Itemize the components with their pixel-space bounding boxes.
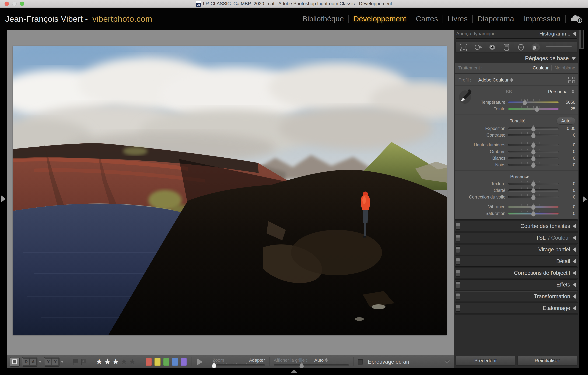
- treatment-color-option[interactable]: Couleur: [533, 65, 549, 71]
- show-filmstrip-arrow-icon[interactable]: [290, 370, 298, 373]
- highlights-slider[interactable]: [508, 144, 559, 146]
- basic-panel-header[interactable]: Réglages de base: [454, 54, 579, 63]
- slideshow-play-icon[interactable]: [197, 358, 203, 365]
- panel-toggle-switch[interactable]: [456, 305, 460, 312]
- graduated-filter-icon[interactable]: [502, 43, 511, 52]
- panel-toggle-switch[interactable]: [456, 293, 460, 300]
- soft-proof-label[interactable]: Epreuvage écran: [368, 359, 409, 365]
- radial-filter-icon[interactable]: [516, 43, 525, 52]
- profile-value[interactable]: Adobe Couleur: [478, 77, 509, 83]
- histogram-title[interactable]: Histogramme: [539, 31, 570, 37]
- profile-browser-icon[interactable]: [568, 77, 575, 83]
- identity-plate[interactable]: Jean-François Vibert - vibertphoto.com: [5, 14, 152, 24]
- collapse-left-icon[interactable]: [573, 224, 576, 229]
- color-label-yellow[interactable]: [154, 358, 161, 366]
- panel-lens-corrections[interactable]: Corrections de l'objectif: [454, 268, 579, 278]
- grid-slider[interactable]: [274, 364, 349, 366]
- left-panel-strip[interactable]: [0, 30, 7, 368]
- tab-cartes[interactable]: Cartes: [411, 15, 442, 23]
- dehaze-slider[interactable]: [508, 196, 559, 198]
- profile-dropdown[interactable]: Adobe Couleur: [478, 77, 513, 83]
- auto-button[interactable]: Auto: [557, 118, 575, 124]
- stars-filled[interactable]: ★★★: [95, 357, 120, 366]
- vibrance-slider[interactable]: [508, 206, 559, 208]
- reject-flag-icon[interactable]: x: [81, 358, 87, 365]
- tab-bibliotheque[interactable]: Bibliothèque: [298, 15, 348, 23]
- wb-dropdown[interactable]: Personnal.: [548, 89, 574, 94]
- collapse-left-icon[interactable]: [573, 294, 576, 299]
- panel-calibration[interactable]: Etalonnage: [454, 303, 579, 313]
- photo[interactable]: [13, 46, 447, 335]
- pick-flag-icon[interactable]: [73, 358, 78, 365]
- collapse-left-icon[interactable]: [573, 235, 576, 240]
- slider-thumb[interactable]: [531, 125, 536, 132]
- collapse-left-icon[interactable]: [573, 271, 576, 275]
- panel-toggle-switch[interactable]: [456, 234, 460, 241]
- expanded-icon[interactable]: [571, 57, 576, 60]
- panel-toggle-switch[interactable]: [456, 246, 460, 253]
- collapse-left-icon[interactable]: [573, 247, 576, 252]
- loupe-view-button[interactable]: [10, 357, 20, 367]
- white-balance-eyedropper-icon[interactable]: [458, 89, 473, 105]
- whites-slider[interactable]: [508, 157, 559, 159]
- panel-tone-curve[interactable]: Courbe des tonalités: [454, 221, 579, 231]
- panel-toggle-switch[interactable]: [456, 258, 460, 265]
- stars-empty[interactable]: ★★: [120, 357, 137, 366]
- chevron-down-icon[interactable]: [61, 361, 64, 363]
- wb-value[interactable]: Personnal.: [548, 89, 570, 94]
- blacks-slider[interactable]: [508, 164, 559, 166]
- panel-effects[interactable]: Effets: [454, 280, 579, 290]
- texture-slider[interactable]: [508, 183, 559, 185]
- scrollbar-thumb[interactable]: [579, 30, 584, 49]
- panel-transform[interactable]: Transformation: [454, 291, 579, 302]
- panel-detail[interactable]: Détail: [454, 256, 579, 266]
- star-rating[interactable]: ★★★★★: [95, 357, 137, 365]
- chevron-down-icon[interactable]: [39, 361, 42, 363]
- crop-overlay-icon[interactable]: [459, 43, 468, 52]
- zoom-slider[interactable]: [212, 364, 265, 366]
- reference-view-group[interactable]: RA: [22, 357, 42, 367]
- temperature-slider[interactable]: [508, 101, 559, 103]
- exposure-slider[interactable]: [508, 128, 559, 129]
- tint-slider[interactable]: [508, 108, 559, 110]
- color-label-purple[interactable]: [181, 358, 187, 366]
- panel-toggle-switch[interactable]: [456, 281, 460, 288]
- hide-right-panel-arrow-icon[interactable]: [583, 196, 587, 202]
- color-label-red[interactable]: [146, 358, 152, 366]
- previous-button[interactable]: Précédent: [455, 355, 515, 366]
- grid-value[interactable]: Auto: [314, 357, 324, 363]
- panel-toggle-switch[interactable]: [456, 223, 460, 230]
- contrast-slider[interactable]: [508, 134, 559, 136]
- color-label-blue[interactable]: [172, 358, 178, 366]
- tab-livres[interactable]: Livres: [443, 15, 472, 23]
- shadows-slider[interactable]: [508, 151, 559, 152]
- before-after-group[interactable]: YY: [44, 357, 64, 367]
- treatment-bw-option[interactable]: Noir/blanc: [555, 65, 575, 71]
- collapse-left-icon[interactable]: [573, 259, 576, 264]
- panel-hsl-color[interactable]: TSL / Couleur: [454, 233, 579, 243]
- histogram-collapsed-strip[interactable]: [456, 38, 577, 40]
- panel-split-toning[interactable]: Virage partiel: [454, 244, 579, 255]
- saturation-slider[interactable]: [508, 213, 559, 214]
- collapse-left-icon[interactable]: [573, 31, 576, 36]
- adjustment-brush-icon[interactable]: [531, 43, 543, 52]
- zoom-label[interactable]: Zoom: [212, 357, 224, 363]
- toolbar-options-icon[interactable]: [444, 360, 450, 364]
- fit-label[interactable]: Adapter: [249, 357, 265, 363]
- tab-impression[interactable]: Impression: [519, 15, 565, 23]
- spot-removal-icon[interactable]: [473, 43, 483, 52]
- panel-toggle-switch[interactable]: [456, 270, 460, 276]
- soft-proof-checkbox[interactable]: [358, 359, 363, 365]
- collapse-left-icon[interactable]: [573, 306, 576, 311]
- reference-active-icon[interactable]: RA: [22, 357, 37, 367]
- red-eye-icon[interactable]: [488, 43, 497, 52]
- basic-panel-title[interactable]: Réglages de base: [525, 55, 569, 61]
- collapse-left-icon[interactable]: [573, 282, 576, 287]
- show-left-panel-arrow-icon[interactable]: [1, 195, 6, 202]
- cloud-sync-icon[interactable]: !: [570, 14, 583, 23]
- reset-button[interactable]: Réinitialiser: [517, 355, 577, 366]
- tab-developpement[interactable]: Développement: [349, 15, 411, 23]
- tab-diaporama[interactable]: Diaporama: [473, 15, 518, 23]
- clarity-slider[interactable]: [508, 189, 559, 191]
- color-label-green[interactable]: [163, 358, 169, 366]
